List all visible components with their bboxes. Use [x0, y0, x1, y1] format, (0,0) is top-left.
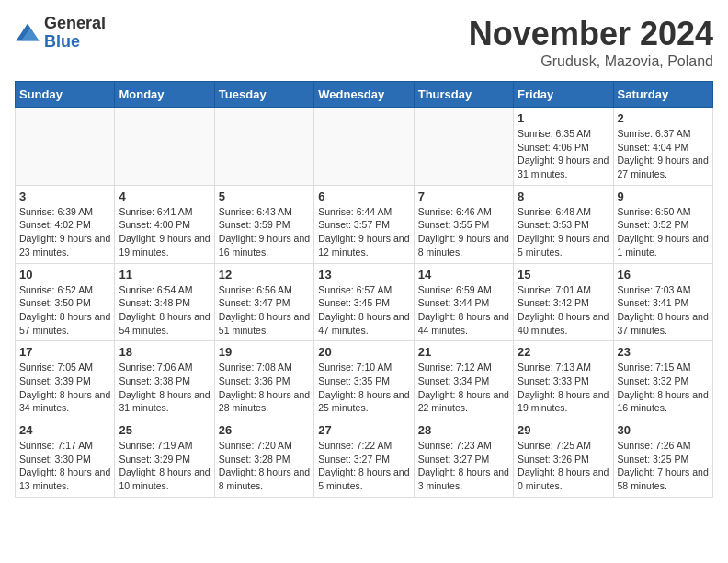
- calendar-cell: 4Sunrise: 6:41 AM Sunset: 4:00 PM Daylig…: [115, 185, 214, 263]
- calendar-cell: 23Sunrise: 7:15 AM Sunset: 3:32 PM Dayli…: [613, 341, 712, 419]
- calendar-cell: 25Sunrise: 7:19 AM Sunset: 3:29 PM Dayli…: [115, 419, 214, 498]
- weekday-header-row: SundayMondayTuesdayWednesdayThursdayFrid…: [16, 82, 713, 108]
- week-row-3: 17Sunrise: 7:05 AM Sunset: 3:39 PM Dayli…: [16, 341, 713, 419]
- day-number: 3: [19, 190, 110, 203]
- day-info: Sunrise: 7:01 AM Sunset: 3:42 PM Dayligh…: [518, 283, 609, 338]
- week-row-4: 24Sunrise: 7:17 AM Sunset: 3:30 PM Dayli…: [16, 419, 713, 498]
- day-info: Sunrise: 6:39 AM Sunset: 4:02 PM Dayligh…: [19, 205, 110, 259]
- day-number: 19: [219, 345, 310, 359]
- day-number: 5: [219, 190, 310, 203]
- day-info: Sunrise: 7:23 AM Sunset: 3:27 PM Dayligh…: [418, 439, 509, 493]
- logo-general: General: [44, 15, 106, 33]
- calendar-cell: [414, 108, 513, 186]
- day-number: 17: [19, 345, 110, 359]
- week-row-1: 3Sunrise: 6:39 AM Sunset: 4:02 PM Daylig…: [16, 185, 713, 263]
- calendar-cell: 5Sunrise: 6:43 AM Sunset: 3:59 PM Daylig…: [214, 185, 313, 263]
- day-info: Sunrise: 7:15 AM Sunset: 3:32 PM Dayligh…: [618, 361, 709, 415]
- logo-icon: [15, 20, 40, 46]
- day-info: Sunrise: 6:37 AM Sunset: 4:04 PM Dayligh…: [618, 127, 709, 181]
- calendar-cell: 12Sunrise: 6:56 AM Sunset: 3:47 PM Dayli…: [214, 263, 313, 341]
- calendar-cell: [214, 108, 313, 186]
- calendar-cell: 21Sunrise: 7:12 AM Sunset: 3:34 PM Dayli…: [414, 341, 513, 419]
- day-info: Sunrise: 6:43 AM Sunset: 3:59 PM Dayligh…: [219, 205, 310, 259]
- calendar-cell: [314, 108, 414, 186]
- day-number: 18: [119, 345, 210, 359]
- calendar-cell: 20Sunrise: 7:10 AM Sunset: 3:35 PM Dayli…: [314, 341, 414, 419]
- calendar-cell: 27Sunrise: 7:22 AM Sunset: 3:27 PM Dayli…: [314, 419, 414, 498]
- day-number: 12: [219, 268, 310, 282]
- day-number: 27: [318, 423, 409, 437]
- calendar-cell: 26Sunrise: 7:20 AM Sunset: 3:28 PM Dayli…: [214, 419, 313, 498]
- location-title: Grudusk, Mazovia, Poland: [469, 53, 713, 70]
- logo-blue: Blue: [44, 33, 106, 52]
- day-number: 23: [618, 345, 709, 359]
- calendar-cell: 29Sunrise: 7:25 AM Sunset: 3:26 PM Dayli…: [514, 419, 613, 498]
- calendar-cell: 24Sunrise: 7:17 AM Sunset: 3:30 PM Dayli…: [16, 419, 115, 498]
- calendar-cell: 9Sunrise: 6:50 AM Sunset: 3:52 PM Daylig…: [613, 185, 712, 263]
- calendar-cell: 11Sunrise: 6:54 AM Sunset: 3:48 PM Dayli…: [115, 263, 214, 341]
- calendar-cell: 13Sunrise: 6:57 AM Sunset: 3:45 PM Dayli…: [314, 263, 414, 341]
- day-info: Sunrise: 7:19 AM Sunset: 3:29 PM Dayligh…: [119, 439, 210, 493]
- weekday-header-monday: Monday: [115, 82, 214, 108]
- calendar-cell: [16, 108, 115, 186]
- day-number: 26: [219, 423, 310, 437]
- calendar-cell: 17Sunrise: 7:05 AM Sunset: 3:39 PM Dayli…: [16, 341, 115, 419]
- day-info: Sunrise: 6:46 AM Sunset: 3:55 PM Dayligh…: [418, 205, 509, 259]
- calendar-cell: 16Sunrise: 7:03 AM Sunset: 3:41 PM Dayli…: [613, 263, 712, 341]
- day-info: Sunrise: 6:54 AM Sunset: 3:48 PM Dayligh…: [119, 283, 210, 338]
- logo: General Blue: [15, 15, 106, 52]
- calendar-cell: 2Sunrise: 6:37 AM Sunset: 4:04 PM Daylig…: [613, 108, 712, 186]
- day-info: Sunrise: 6:59 AM Sunset: 3:44 PM Dayligh…: [418, 283, 509, 338]
- calendar-cell: 1Sunrise: 6:35 AM Sunset: 4:06 PM Daylig…: [514, 108, 613, 186]
- day-info: Sunrise: 6:44 AM Sunset: 3:57 PM Dayligh…: [318, 205, 409, 259]
- day-number: 29: [518, 423, 609, 437]
- day-number: 22: [518, 345, 609, 359]
- day-info: Sunrise: 6:41 AM Sunset: 4:00 PM Dayligh…: [119, 205, 210, 259]
- weekday-header-tuesday: Tuesday: [214, 82, 313, 108]
- day-number: 8: [518, 190, 609, 203]
- day-number: 10: [19, 268, 110, 282]
- day-number: 7: [418, 190, 509, 203]
- week-row-0: 1Sunrise: 6:35 AM Sunset: 4:06 PM Daylig…: [16, 108, 713, 186]
- calendar-cell: 22Sunrise: 7:13 AM Sunset: 3:33 PM Dayli…: [514, 341, 613, 419]
- header: General Blue November 2024 Grudusk, Mazo…: [15, 15, 713, 70]
- day-number: 13: [318, 268, 409, 282]
- calendar-cell: 19Sunrise: 7:08 AM Sunset: 3:36 PM Dayli…: [214, 341, 313, 419]
- day-number: 20: [318, 345, 409, 359]
- calendar-cell: [115, 108, 214, 186]
- day-info: Sunrise: 6:35 AM Sunset: 4:06 PM Dayligh…: [518, 127, 609, 181]
- weekday-header-friday: Friday: [514, 82, 613, 108]
- logo-text: General Blue: [44, 15, 106, 52]
- day-info: Sunrise: 7:22 AM Sunset: 3:27 PM Dayligh…: [318, 439, 409, 493]
- title-area: November 2024 Grudusk, Mazovia, Poland: [469, 15, 713, 70]
- calendar-cell: 28Sunrise: 7:23 AM Sunset: 3:27 PM Dayli…: [414, 419, 513, 498]
- day-number: 24: [19, 423, 110, 437]
- calendar-cell: 30Sunrise: 7:26 AM Sunset: 3:25 PM Dayli…: [613, 419, 712, 498]
- day-number: 9: [618, 190, 709, 203]
- weekday-header-saturday: Saturday: [613, 82, 712, 108]
- calendar-cell: 3Sunrise: 6:39 AM Sunset: 4:02 PM Daylig…: [16, 185, 115, 263]
- calendar-cell: 15Sunrise: 7:01 AM Sunset: 3:42 PM Dayli…: [514, 263, 613, 341]
- weekday-header-sunday: Sunday: [16, 82, 115, 108]
- day-info: Sunrise: 7:25 AM Sunset: 3:26 PM Dayligh…: [518, 439, 609, 493]
- day-info: Sunrise: 7:20 AM Sunset: 3:28 PM Dayligh…: [219, 439, 310, 493]
- month-title: November 2024: [469, 15, 713, 53]
- day-number: 14: [418, 268, 509, 282]
- day-number: 16: [618, 268, 709, 282]
- calendar-cell: 7Sunrise: 6:46 AM Sunset: 3:55 PM Daylig…: [414, 185, 513, 263]
- weekday-header-thursday: Thursday: [414, 82, 513, 108]
- day-number: 11: [119, 268, 210, 282]
- calendar-cell: 8Sunrise: 6:48 AM Sunset: 3:53 PM Daylig…: [514, 185, 613, 263]
- calendar-cell: 18Sunrise: 7:06 AM Sunset: 3:38 PM Dayli…: [115, 341, 214, 419]
- day-info: Sunrise: 7:06 AM Sunset: 3:38 PM Dayligh…: [119, 361, 210, 415]
- calendar-cell: 6Sunrise: 6:44 AM Sunset: 3:57 PM Daylig…: [314, 185, 414, 263]
- day-number: 4: [119, 190, 210, 203]
- day-info: Sunrise: 7:05 AM Sunset: 3:39 PM Dayligh…: [19, 361, 110, 415]
- day-info: Sunrise: 7:12 AM Sunset: 3:34 PM Dayligh…: [418, 361, 509, 415]
- day-info: Sunrise: 7:08 AM Sunset: 3:36 PM Dayligh…: [219, 361, 310, 415]
- calendar-cell: 10Sunrise: 6:52 AM Sunset: 3:50 PM Dayli…: [16, 263, 115, 341]
- day-info: Sunrise: 6:56 AM Sunset: 3:47 PM Dayligh…: [219, 283, 310, 338]
- week-row-2: 10Sunrise: 6:52 AM Sunset: 3:50 PM Dayli…: [16, 263, 713, 341]
- day-info: Sunrise: 6:48 AM Sunset: 3:53 PM Dayligh…: [518, 205, 609, 259]
- day-number: 1: [518, 111, 609, 125]
